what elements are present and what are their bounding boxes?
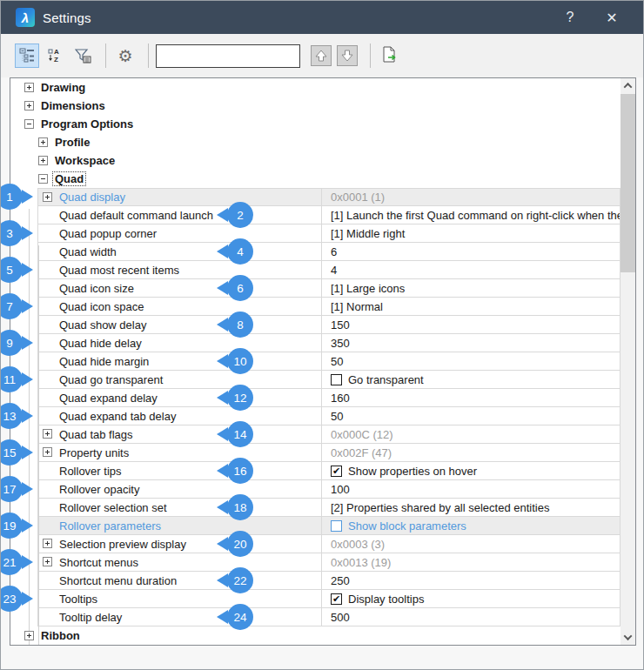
expand-icon[interactable] — [38, 156, 48, 165]
toolbar-separator — [370, 44, 371, 68]
settings-tree: Drawing Dimensions Program Options Profi… — [10, 78, 621, 645]
callout-10: 10 — [227, 348, 253, 374]
setting-row-rollover-parameters[interactable]: Rollover parameters Show block parameter… — [37, 517, 621, 535]
tree-item-drawing[interactable]: Drawing — [10, 78, 621, 97]
expand-icon[interactable] — [38, 137, 48, 147]
callout-14: 14 — [227, 421, 253, 447]
setting-value: 6 — [322, 243, 620, 260]
tree-item-quad[interactable]: Quad — [10, 170, 621, 188]
expand-icon[interactable] — [24, 631, 34, 640]
setting-label: Rollover opacity — [59, 483, 140, 496]
tree-label: Program Options — [39, 117, 135, 131]
title-bar: λ Settings ? ✕ — [1, 1, 643, 34]
setting-label: Quad expand delay — [59, 392, 158, 405]
find-next-button[interactable] — [337, 45, 358, 66]
checkbox-unchecked[interactable] — [331, 520, 342, 532]
arrow-down-icon — [340, 49, 354, 63]
expand-icon[interactable] — [24, 83, 34, 92]
tree-label: Ribbon — [39, 629, 82, 642]
setting-row-quad-go-transparent[interactable]: Quad go transparent Go transparent — [37, 371, 621, 389]
export-settings-button[interactable] — [378, 44, 402, 68]
callout-6: 6 — [227, 275, 253, 301]
svg-text:Z: Z — [54, 56, 58, 64]
checkbox-label: Show block parameters — [348, 519, 466, 533]
setting-row-tooltip-delay[interactable]: Tooltip delay 500 — [37, 608, 621, 626]
setting-row-rollover-tips[interactable]: Rollover tips Show properties on hover — [37, 462, 621, 480]
setting-row-quad-default-command-launch[interactable]: Quad default command launch [1] Launch t… — [37, 206, 621, 224]
setting-row-quad-popup-corner[interactable]: Quad popup corner [1] Middle right — [37, 224, 621, 243]
app-logo-icon: λ — [16, 8, 35, 27]
expand-icon[interactable] — [24, 101, 34, 111]
search-input[interactable] — [156, 44, 300, 68]
setting-value: 0x000C (12) — [322, 425, 620, 443]
checkbox-checked[interactable] — [331, 593, 342, 605]
tree-item-program-options[interactable]: Program Options — [10, 115, 621, 133]
setting-row-quad-expand-tab-delay[interactable]: Quad expand tab delay 50 — [37, 407, 621, 425]
vertical-scrollbar[interactable] — [621, 78, 635, 645]
setting-row-quad-tab-flags[interactable]: Quad tab flags 0x000C (12) — [37, 425, 621, 444]
setting-row-property-units[interactable]: Property units 0x002F (47) — [37, 444, 621, 462]
setting-row-quad-display[interactable]: Quad display 0x0001 (1) — [37, 188, 621, 206]
setting-label: Quad display — [59, 191, 125, 204]
callout-8: 8 — [227, 312, 253, 338]
scrollbar-thumb[interactable] — [621, 94, 635, 272]
expand-icon[interactable] — [43, 557, 52, 566]
tree-item-profile[interactable]: Profile — [10, 133, 621, 151]
close-button[interactable]: ✕ — [587, 10, 636, 26]
sort-alphabetical-button[interactable]: A Z — [43, 44, 67, 68]
expand-icon[interactable] — [43, 429, 52, 439]
callout-22: 22 — [227, 567, 253, 593]
settings-gear-button[interactable]: ⚙ — [113, 44, 138, 68]
setting-label: Tooltips — [59, 593, 97, 606]
checkbox-unchecked[interactable] — [331, 374, 342, 385]
arrow-up-icon — [314, 49, 328, 63]
categorized-view-button[interactable] — [15, 44, 39, 68]
tree-label: Workspace — [53, 154, 117, 167]
setting-row-quad-most-recent-items[interactable]: Quad most recent items 4 — [37, 261, 621, 279]
setting-label: Rollover parameters — [59, 519, 161, 533]
setting-value: 250 — [322, 572, 620, 589]
toolbar-separator — [105, 44, 106, 68]
settings-window: λ Settings ? ✕ — [0, 0, 644, 670]
collapse-icon[interactable] — [24, 119, 34, 129]
setting-row-quad-hide-delay[interactable]: Quad hide delay 350 — [37, 334, 621, 352]
setting-row-quad-width[interactable]: Quad width 6 — [37, 243, 621, 261]
callout-4: 4 — [227, 238, 253, 265]
settings-grid: Quad display 0x0001 (1) Quad default com… — [37, 188, 621, 626]
setting-label: Quad show delay — [59, 318, 146, 332]
collapse-icon[interactable] — [38, 174, 48, 184]
tree-item-workspace[interactable]: Workspace — [10, 151, 621, 170]
setting-row-quad-icon-size[interactable]: Quad icon size [1] Large icons — [37, 279, 621, 298]
help-button[interactable]: ? — [553, 10, 587, 25]
tree-item-ribbon[interactable]: Ribbon — [10, 626, 621, 645]
expand-icon[interactable] — [43, 447, 52, 457]
tree-item-dimensions[interactable]: Dimensions — [10, 97, 621, 115]
setting-row-tooltips[interactable]: Tooltips Display tooltips — [37, 590, 621, 608]
checkbox-checked[interactable] — [331, 466, 342, 477]
setting-row-shortcut-menus[interactable]: Shortcut menus 0x0013 (19) — [37, 553, 621, 572]
setting-value: [1] Launch the first Quad command on rig… — [322, 206, 620, 224]
checkbox-label: Display tooltips — [348, 593, 424, 606]
expand-icon[interactable] — [43, 539, 52, 548]
setting-row-quad-expand-delay[interactable]: Quad expand delay 160 — [37, 389, 621, 407]
expand-icon[interactable] — [43, 192, 52, 202]
find-previous-button[interactable] — [311, 45, 332, 66]
setting-value: 4 — [322, 261, 620, 278]
scroll-down-button[interactable] — [621, 630, 635, 645]
setting-row-selection-preview-display[interactable]: Selection preview display 0x0003 (3) — [37, 535, 621, 553]
setting-row-quad-show-delay[interactable]: Quad show delay 150 — [37, 316, 621, 334]
filter-button[interactable] — [70, 44, 95, 68]
gear-icon: ⚙ — [117, 48, 132, 64]
setting-row-quad-icon-space[interactable]: Quad icon space [1] Normal — [37, 298, 621, 316]
setting-row-rollover-selection-set[interactable]: Rollover selection set [2] Properties sh… — [37, 499, 621, 517]
scroll-up-button[interactable] — [621, 78, 635, 93]
setting-row-quad-hide-margin[interactable]: Quad hide margin 50 — [37, 352, 621, 371]
callout-18: 18 — [227, 494, 253, 520]
checkbox-label: Show properties on hover — [348, 465, 477, 478]
categorized-view-icon — [19, 48, 35, 64]
settings-panel: Drawing Dimensions Program Options Profi… — [10, 77, 636, 646]
setting-row-rollover-opacity[interactable]: Rollover opacity 100 — [37, 480, 621, 499]
setting-label: Property units — [59, 446, 129, 459]
setting-value: [1] Middle right — [322, 224, 620, 242]
setting-row-shortcut-menu-duration[interactable]: Shortcut menu duration 250 — [37, 572, 621, 590]
